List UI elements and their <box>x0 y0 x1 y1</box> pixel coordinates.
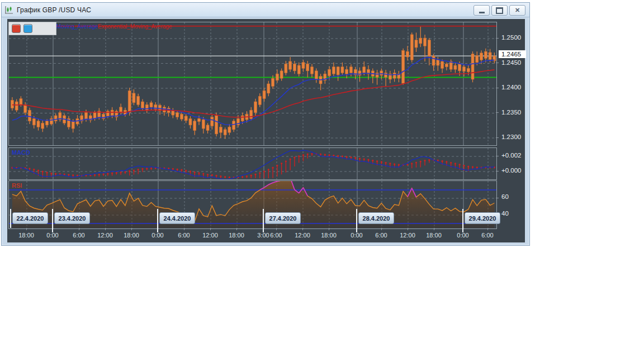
price-axis-label: 1.2350 <box>501 109 521 116</box>
price-tick <box>496 63 499 63</box>
blue-marker-button[interactable] <box>23 24 32 33</box>
time-axis-label: 6:00 <box>178 232 190 239</box>
time-tick <box>487 228 488 230</box>
time-axis-label: 12:00 <box>97 232 113 239</box>
time-axis-label: 18:00 <box>124 232 139 239</box>
time-tick <box>26 228 27 230</box>
time-tick <box>381 228 382 230</box>
time-axis-label: 3:00 <box>257 232 269 239</box>
title-bar[interactable]: График GBP /USD ЧАС ✕ <box>2 3 529 17</box>
date-boundary-tick <box>10 209 11 228</box>
time-axis-label: 6:00 <box>481 232 493 239</box>
price-axis-label: 1.2450 <box>501 59 521 66</box>
time-axis-label: 18:00 <box>229 232 244 239</box>
date-boundary-tick <box>263 209 264 228</box>
time-tick <box>210 228 211 230</box>
macd-label: MACD <box>12 149 30 156</box>
date-box[interactable]: 23.4.2020 <box>54 212 90 224</box>
maximize-button[interactable] <box>491 5 508 16</box>
time-axis-label: 12:00 <box>295 232 310 239</box>
macd-tick <box>496 156 499 156</box>
time-axis-label: 0:00 <box>46 232 58 239</box>
time-axis-label: 12:00 <box>202 232 218 239</box>
date-box[interactable]: 24.4.2020 <box>159 212 195 224</box>
time-tick <box>236 228 237 230</box>
time-tick <box>329 228 329 230</box>
price-axis-label: 1.2400 <box>501 84 521 90</box>
macd-panel[interactable] <box>8 147 497 180</box>
time-axis-label: 0:00 <box>351 232 362 239</box>
time-tick <box>434 228 434 230</box>
time-tick <box>79 228 79 230</box>
macd-tick <box>496 171 499 172</box>
time-axis-label: 0:00 <box>151 232 163 239</box>
window-title: График GBP /USD ЧАС <box>17 6 91 14</box>
close-button[interactable]: ✕ <box>509 5 525 16</box>
price-tick <box>496 112 499 113</box>
chart-window: График GBP /USD ЧАС ✕ Exponential_Moving… <box>1 2 530 246</box>
rsi-tick <box>496 198 499 198</box>
time-axis-label: 18:00 <box>18 232 34 239</box>
price-axis-label: 1.2500 <box>501 34 521 41</box>
legend-ema-slow[interactable]: Exponential_Moving_Average <box>98 23 172 30</box>
time-tick <box>408 228 408 230</box>
date-box[interactable]: 22.4.2020 <box>12 212 48 224</box>
date-boundary-tick <box>462 209 463 228</box>
price-chart-panel[interactable] <box>8 22 497 146</box>
date-box[interactable]: 29.4.2020 <box>465 212 500 224</box>
time-tick <box>131 228 132 230</box>
red-marker-button[interactable] <box>12 24 21 33</box>
time-axis-label: 12:00 <box>400 232 415 239</box>
date-boundary-tick <box>52 209 53 228</box>
macd-axis-label: +0.002 <box>501 152 522 159</box>
date-box[interactable]: 27.4.2020 <box>265 212 301 224</box>
day-boundary-tick <box>356 228 357 232</box>
time-axis-label: 0:00 <box>457 232 468 239</box>
time-tick <box>302 228 303 230</box>
date-box[interactable]: 28.4.2020 <box>358 212 394 224</box>
time-axis-label: 6:00 <box>73 232 84 239</box>
time-tick <box>276 228 277 230</box>
desktop: График GBP /USD ЧАС ✕ Exponential_Moving… <box>0 0 644 362</box>
time-axis-label: 18:00 <box>321 232 337 239</box>
macd-axis-label: +0.000 <box>501 167 522 174</box>
time-tick <box>184 228 184 230</box>
time-tick <box>105 228 106 230</box>
day-boundary-tick <box>462 228 463 232</box>
time-axis-label: 6:00 <box>375 232 387 239</box>
date-boundary-tick <box>157 209 158 228</box>
time-axis-label: 18:00 <box>426 232 442 239</box>
minimize-icon <box>479 12 485 13</box>
maximize-icon <box>496 7 503 14</box>
day-boundary-tick <box>157 228 158 232</box>
day-boundary-tick <box>263 228 264 232</box>
rsi-label: RSI <box>12 182 22 189</box>
minimize-button[interactable] <box>473 5 490 16</box>
date-boundary-tick <box>356 209 357 228</box>
chart-mini-toolbar <box>8 22 56 35</box>
time-axis-label: 6:00 <box>270 232 282 239</box>
day-boundary-tick <box>52 228 53 232</box>
close-icon: ✕ <box>515 7 520 13</box>
rsi-axis-label: 40 <box>501 210 509 217</box>
price-tick <box>496 88 499 88</box>
current-price-label: 1.2465 <box>499 50 526 58</box>
chart-client-area: Exponential_Moving_Average Exponential_M… <box>7 19 525 242</box>
candlestick-chart-icon <box>4 6 13 15</box>
rsi-axis-label: 60 <box>501 193 509 200</box>
price-tick <box>496 38 499 39</box>
price-axis-label: 1.2300 <box>501 134 521 140</box>
price-tick <box>496 137 499 138</box>
